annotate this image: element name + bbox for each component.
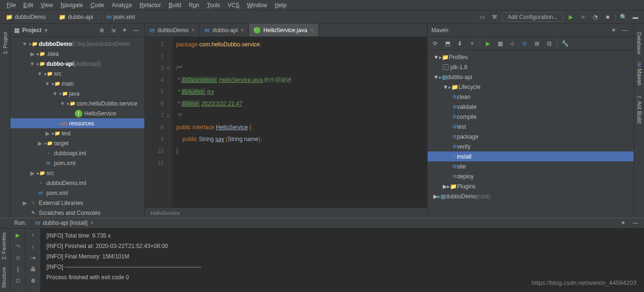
dropdown-arrow-icon[interactable]: ▾ — [45, 27, 47, 34]
maven-tree-item[interactable]: ✲deploy — [428, 171, 634, 181]
download-icon[interactable]: ⬇ — [455, 39, 465, 48]
breadcrumb-item[interactable]: 📁dubboDemo — [4, 13, 47, 21]
menu-navigate[interactable]: Navigate — [58, 1, 86, 9]
console-output[interactable]: [INFO] Total time: 9.735 s[INFO] Finishe… — [41, 229, 644, 292]
maven-tree-item[interactable]: ✲verify — [428, 142, 634, 151]
tree-item[interactable]: ▼▸📁src — [10, 69, 144, 79]
minimize-icon[interactable]: — — [620, 26, 630, 35]
gear-icon[interactable]: ✶ — [618, 218, 628, 228]
add-icon[interactable]: + — [467, 39, 477, 48]
tree-item[interactable]: mpom.xml — [10, 188, 144, 198]
menu-vcs[interactable]: VCS — [225, 1, 242, 9]
menu-tools[interactable]: Tools — [204, 1, 223, 9]
menu-file[interactable]: File — [4, 1, 18, 9]
menu-refactor[interactable]: Refactor — [137, 1, 164, 9]
rerun-icon[interactable]: ▶ — [13, 230, 23, 240]
tree-item[interactable]: ▼▸📁dubboDemo E:\lxyJava\dubboDemo — [10, 39, 144, 49]
skip-tests-icon[interactable]: ⊘ — [520, 39, 529, 48]
maven-tree-item[interactable]: ▶▸📁Plugins — [428, 181, 634, 191]
maven-tree-item[interactable]: ✓jdk-1.8 — [428, 62, 634, 72]
debug-button[interactable]: ⌗ — [578, 12, 588, 22]
editor-breadcrumb[interactable]: HelloService — [145, 207, 427, 218]
tree-item[interactable]: ▶▸📁.idea — [10, 49, 144, 59]
menu-edit[interactable]: Edit — [20, 1, 36, 9]
settings-icon[interactable]: ▬ — [631, 12, 640, 22]
tree-item[interactable]: ▸▤resources — [10, 118, 144, 128]
close-icon[interactable]: × — [191, 27, 195, 34]
maven-tree-item[interactable]: ✲test — [428, 122, 634, 132]
code-content[interactable]: package com.helloDubbo.service; /** * @D… — [172, 37, 427, 207]
maven-tree-item[interactable]: ▶▸▦dubboDemo (root) — [428, 191, 634, 201]
tree-item[interactable]: mpom.xml — [10, 158, 144, 168]
structure-tool-tab[interactable]: Structure — [0, 263, 8, 292]
execute-icon[interactable]: ▦ — [495, 39, 505, 48]
tree-item[interactable]: ▶▸📁target — [10, 138, 144, 148]
run-config-selector[interactable]: Add Configuration... — [502, 12, 563, 22]
menu-view[interactable]: View — [38, 1, 56, 9]
maven-tree-item[interactable]: ▼▸📁Lifecycle — [428, 82, 634, 92]
tree-item[interactable]: ▫dubboapi.iml — [10, 148, 144, 158]
editor-tab[interactable]: mdubbo-api× — [200, 24, 249, 36]
gear-icon[interactable]: ✶ — [609, 26, 618, 35]
minimize-icon[interactable]: — — [131, 26, 141, 35]
tree-item[interactable]: ▶▸📁test — [10, 128, 144, 138]
favorites-tool-tab[interactable]: 2: Favorites — [0, 229, 8, 263]
run-tab-label[interactable]: dubbo-api [install] — [43, 220, 88, 226]
close-icon[interactable]: × — [90, 220, 94, 226]
clear-icon[interactable]: ⊗ — [28, 276, 38, 285]
tree-item[interactable]: IHelloService — [10, 108, 144, 118]
editor-tab[interactable]: mdubboDemo× — [145, 24, 200, 36]
gear-icon[interactable]: ✶ — [120, 26, 129, 35]
maven-tree-item[interactable]: ✲package — [428, 132, 634, 142]
tree-item[interactable]: ▶⫴External Libraries — [10, 198, 144, 208]
expand-icon[interactable]: ⇲ — [108, 26, 118, 35]
minimize-icon[interactable]: — — [631, 218, 640, 228]
pause-icon[interactable]: ‖ — [13, 265, 23, 274]
close-icon[interactable]: × — [241, 27, 244, 34]
toggle-icon[interactable]: ⊹ — [508, 39, 517, 48]
exit-icon[interactable]: ⊡ — [13, 276, 23, 285]
menu-build[interactable]: Build — [166, 1, 184, 9]
breadcrumb-item[interactable]: mpom.xml — [105, 13, 137, 21]
locate-icon[interactable]: ⊕ — [97, 26, 107, 35]
maven-tree-item[interactable]: ✲compile — [428, 112, 634, 122]
code-editor[interactable]: 123⊟4567⊡891011 package com.helloDubbo.s… — [145, 37, 427, 207]
coverage-button[interactable]: ◔ — [590, 12, 600, 22]
run-button[interactable]: ▶ — [566, 12, 575, 22]
tree-item[interactable]: ▶▸📁src — [10, 168, 144, 178]
tree-item[interactable]: ✎Scratches and Consoles — [10, 208, 144, 218]
print-icon[interactable]: 🖶 — [28, 265, 38, 274]
wrench-icon[interactable]: 🔧 — [560, 39, 570, 48]
breadcrumb-item[interactable]: 📁dubbo-api — [57, 13, 95, 21]
menu-code[interactable]: Code — [88, 1, 107, 9]
hammer-icon[interactable]: ⚒ — [490, 12, 500, 22]
menu-help[interactable]: Help — [272, 1, 289, 9]
maven-tree-item[interactable]: ✲install — [428, 151, 634, 161]
database-tool-tab[interactable]: Database — [635, 28, 643, 58]
close-icon[interactable]: × — [310, 27, 313, 34]
stop2-icon[interactable]: ⊝ — [13, 253, 23, 263]
project-tree[interactable]: ▼▸📁dubboDemo E:\lxyJava\dubboDemo▶▸📁.ide… — [10, 37, 144, 218]
search-icon[interactable]: 🔍 — [618, 12, 628, 22]
maven-tree-item[interactable]: ✲validate — [428, 102, 634, 112]
generate-icon[interactable]: ⬒ — [443, 39, 452, 48]
maven-tree[interactable]: ▼▸📁Profiles✓jdk-1.8▼▸▦dubbo-api▼▸📁Lifecy… — [428, 50, 634, 218]
down-icon[interactable]: ↓ — [28, 242, 38, 251]
reimport-icon[interactable]: ⟳ — [430, 39, 440, 48]
project-tool-tab[interactable]: 1: Project — [1, 28, 9, 58]
tree-item[interactable]: ▼▸📁java — [10, 88, 144, 98]
tree-item[interactable]: ▼▸📁com.helloDubbo.service — [10, 98, 144, 108]
collapse-icon[interactable]: ⊟ — [545, 39, 554, 48]
maven-tree-item[interactable]: ✲site — [428, 161, 634, 171]
ant-tool-tab[interactable]: 🐜 Ant Build — [635, 89, 644, 127]
maven-tree-item[interactable]: ▼▸▦dubbo-api — [428, 72, 634, 82]
show-deps-icon[interactable]: ⊞ — [532, 39, 542, 48]
editor-tab[interactable]: IHelloService.java× — [249, 24, 319, 36]
menu-window[interactable]: Window — [244, 1, 270, 9]
tree-item[interactable]: ▫dubboDemo.iml — [10, 178, 144, 188]
run-maven-icon[interactable]: ▶ — [483, 39, 492, 48]
maven-tool-tab[interactable]: m Maven — [635, 58, 644, 89]
up-icon[interactable]: ↑ — [28, 230, 38, 240]
stop-button[interactable]: ■ — [603, 12, 612, 22]
menu-analyze[interactable]: Analyze — [109, 1, 135, 9]
